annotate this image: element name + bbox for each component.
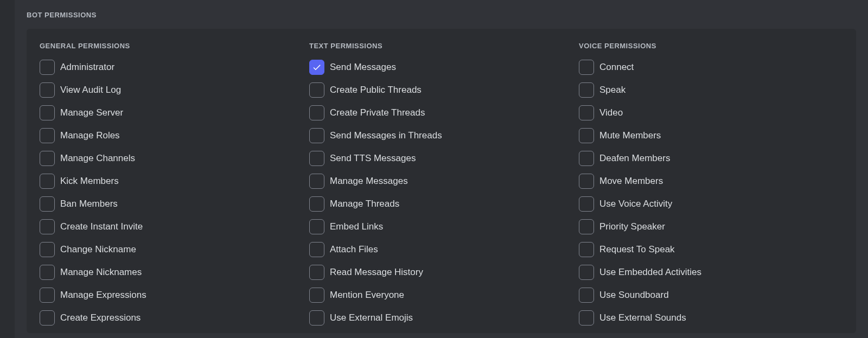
checkbox-send-messages-in-threads[interactable] [309,128,324,143]
permission-create-public-threads[interactable]: Create Public Threads [309,82,573,98]
permission-manage-expressions[interactable]: Manage Expressions [40,288,304,303]
permissions-panel: General Permissions AdministratorView Au… [27,29,856,333]
checkbox-use-embedded-activities[interactable] [579,265,594,280]
permission-label: Send TTS Messages [330,153,416,164]
column-heading-voice: Voice Permissions [579,42,843,50]
permission-use-external-sounds[interactable]: Use External Sounds [579,310,843,326]
permission-label: Use Voice Activity [599,199,672,209]
permission-attach-files[interactable]: Attach Files [309,242,573,257]
permission-manage-nicknames[interactable]: Manage Nicknames [40,265,304,280]
permission-kick-members[interactable]: Kick Members [40,174,304,189]
permission-label: Manage Messages [330,176,408,187]
permission-deafen-members[interactable]: Deafen Members [579,151,843,166]
permission-label: Send Messages in Threads [330,130,442,141]
permission-move-members[interactable]: Move Members [579,174,843,189]
checkbox-connect[interactable] [579,60,594,75]
permission-mute-members[interactable]: Mute Members [579,128,843,143]
checkbox-manage-threads[interactable] [309,196,324,212]
permission-label: Manage Channels [60,153,135,164]
permission-use-soundboard[interactable]: Use Soundboard [579,288,843,303]
permission-create-instant-invite[interactable]: Create Instant Invite [40,219,304,234]
permission-create-private-threads[interactable]: Create Private Threads [309,105,573,120]
permission-label: Create Instant Invite [60,221,143,232]
checkbox-create-private-threads[interactable] [309,105,324,120]
permission-use-voice-activity[interactable]: Use Voice Activity [579,196,843,212]
checkbox-request-to-speak[interactable] [579,242,594,257]
permission-label: Read Message History [330,267,423,278]
checkbox-create-public-threads[interactable] [309,82,324,98]
checkbox-use-external-sounds[interactable] [579,310,594,326]
permission-manage-server[interactable]: Manage Server [40,105,304,120]
checkbox-create-expressions[interactable] [40,310,55,326]
permission-label: Create Private Threads [330,107,425,118]
permission-change-nickname[interactable]: Change Nickname [40,242,304,257]
permission-label: Priority Speaker [599,221,665,232]
checkbox-manage-expressions[interactable] [40,288,55,303]
permission-label: Create Public Threads [330,85,422,95]
permission-label: Use Soundboard [599,290,669,301]
checkbox-use-voice-activity[interactable] [579,196,594,212]
permission-label: Mute Members [599,130,661,141]
permission-send-messages-in-threads[interactable]: Send Messages in Threads [309,128,573,143]
checkbox-administrator[interactable] [40,60,55,75]
checkbox-speak[interactable] [579,82,594,98]
permission-request-to-speak[interactable]: Request To Speak [579,242,843,257]
column-voice: Voice Permissions ConnectSpeakVideoMute … [579,42,843,333]
checkbox-ban-members[interactable] [40,196,55,212]
checkbox-kick-members[interactable] [40,174,55,189]
checkbox-manage-channels[interactable] [40,151,55,166]
checkbox-view-audit-log[interactable] [40,82,55,98]
permission-embed-links[interactable]: Embed Links [309,219,573,234]
checkbox-create-instant-invite[interactable] [40,219,55,234]
permission-create-expressions[interactable]: Create Expressions [40,310,304,326]
permission-send-tts-messages[interactable]: Send TTS Messages [309,151,573,166]
permission-priority-speaker[interactable]: Priority Speaker [579,219,843,234]
permission-speak[interactable]: Speak [579,82,843,98]
checkbox-video[interactable] [579,105,594,120]
permission-ban-members[interactable]: Ban Members [40,196,304,212]
permission-administrator[interactable]: Administrator [40,60,304,75]
checkbox-manage-roles[interactable] [40,128,55,143]
checkbox-deafen-members[interactable] [579,151,594,166]
permission-label: Use External Emojis [330,313,413,323]
checkbox-manage-server[interactable] [40,105,55,120]
checkbox-priority-speaker[interactable] [579,219,594,234]
checkbox-send-tts-messages[interactable] [309,151,324,166]
permission-label: Speak [599,85,626,95]
checkbox-change-nickname[interactable] [40,242,55,257]
permission-manage-threads[interactable]: Manage Threads [309,196,573,212]
checkbox-read-message-history[interactable] [309,265,324,280]
permission-manage-channels[interactable]: Manage Channels [40,151,304,166]
permission-video[interactable]: Video [579,105,843,120]
section-title: Bot Permissions [27,11,856,19]
checkbox-use-external-emojis[interactable] [309,310,324,326]
permission-read-message-history[interactable]: Read Message History [309,265,573,280]
permission-label: Kick Members [60,176,119,187]
checkbox-use-soundboard[interactable] [579,288,594,303]
checkbox-send-messages[interactable] [309,60,324,75]
permission-label: Manage Nicknames [60,267,142,278]
permission-manage-roles[interactable]: Manage Roles [40,128,304,143]
permission-connect[interactable]: Connect [579,60,843,75]
permission-label: Mention Everyone [330,290,404,301]
checkbox-manage-messages[interactable] [309,174,324,189]
permission-label: Change Nickname [60,244,136,255]
permission-label: Administrator [60,62,114,73]
checkbox-move-members[interactable] [579,174,594,189]
permission-label: Use External Sounds [599,313,686,323]
permission-mention-everyone[interactable]: Mention Everyone [309,288,573,303]
permission-label: Ban Members [60,199,118,209]
column-text: Text Permissions Send MessagesCreate Pub… [309,42,573,333]
permission-use-external-emojis[interactable]: Use External Emojis [309,310,573,326]
permission-view-audit-log[interactable]: View Audit Log [40,82,304,98]
permission-label: Send Messages [330,62,396,73]
permission-manage-messages[interactable]: Manage Messages [309,174,573,189]
checkbox-attach-files[interactable] [309,242,324,257]
checkbox-mention-everyone[interactable] [309,288,324,303]
checkbox-manage-nicknames[interactable] [40,265,55,280]
checkbox-embed-links[interactable] [309,219,324,234]
checkbox-mute-members[interactable] [579,128,594,143]
permission-send-messages[interactable]: Send Messages [309,60,573,75]
permission-label: View Audit Log [60,85,121,95]
permission-use-embedded-activities[interactable]: Use Embedded Activities [579,265,843,280]
